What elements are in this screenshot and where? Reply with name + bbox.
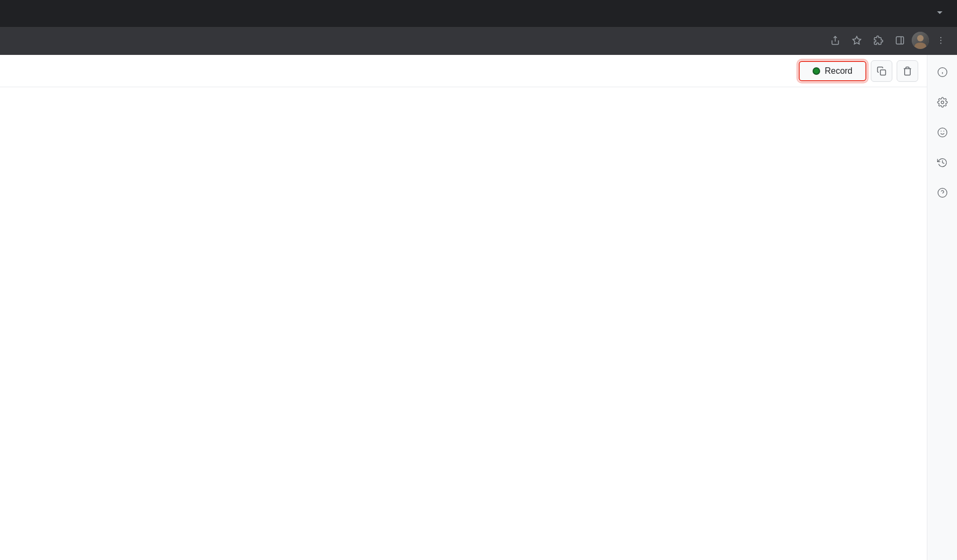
svg-point-6 bbox=[940, 43, 941, 44]
svg-rect-7 bbox=[880, 69, 886, 75]
chevron-down-button[interactable] bbox=[931, 6, 948, 21]
more-vertical-icon bbox=[936, 36, 946, 45]
svg-marker-1 bbox=[853, 37, 861, 44]
browser-tab-bar bbox=[0, 27, 957, 55]
right-sidebar bbox=[927, 55, 957, 560]
help-icon bbox=[937, 187, 948, 198]
svg-point-11 bbox=[941, 101, 944, 104]
share-button[interactable] bbox=[826, 31, 845, 50]
svg-point-15 bbox=[940, 131, 941, 132]
settings-button[interactable] bbox=[934, 94, 951, 111]
svg-rect-2 bbox=[896, 37, 904, 44]
record-dot-icon bbox=[813, 67, 820, 75]
svg-point-17 bbox=[938, 188, 947, 198]
svg-point-4 bbox=[940, 37, 941, 38]
browser-top-bar bbox=[0, 0, 957, 27]
profile-button[interactable] bbox=[912, 32, 929, 49]
bookmark-button[interactable] bbox=[847, 31, 866, 50]
browser-actions bbox=[826, 31, 951, 54]
extensions-button[interactable] bbox=[869, 31, 888, 50]
delete-button[interactable] bbox=[897, 60, 918, 82]
star-icon bbox=[852, 36, 862, 45]
copy-icon bbox=[877, 66, 886, 76]
face-icon bbox=[937, 127, 948, 138]
svg-point-5 bbox=[940, 40, 941, 41]
svg-point-16 bbox=[943, 131, 944, 132]
face-button[interactable] bbox=[934, 124, 951, 141]
sidebar-toggle-button[interactable] bbox=[890, 31, 910, 50]
sidebar-icon bbox=[895, 36, 905, 45]
more-options-button[interactable] bbox=[931, 31, 951, 50]
share-icon bbox=[830, 36, 840, 45]
avatar bbox=[912, 32, 929, 49]
gear-icon bbox=[937, 97, 948, 108]
record-button-label: Record bbox=[824, 66, 852, 76]
puzzle-icon bbox=[873, 36, 883, 45]
history-icon bbox=[937, 157, 948, 168]
content-body bbox=[0, 87, 927, 560]
help-button[interactable] bbox=[934, 184, 951, 201]
trash-icon bbox=[903, 66, 912, 76]
toolbar: Record bbox=[0, 55, 927, 87]
info-button[interactable] bbox=[934, 64, 951, 81]
content-main: Record bbox=[0, 55, 927, 560]
copy-button[interactable] bbox=[871, 60, 892, 82]
info-icon bbox=[937, 67, 948, 78]
svg-point-12 bbox=[938, 128, 947, 137]
history-button[interactable] bbox=[934, 154, 951, 171]
main-layout: Record bbox=[0, 55, 957, 560]
chevron-down-icon bbox=[935, 9, 944, 17]
record-button[interactable]: Record bbox=[799, 61, 866, 81]
